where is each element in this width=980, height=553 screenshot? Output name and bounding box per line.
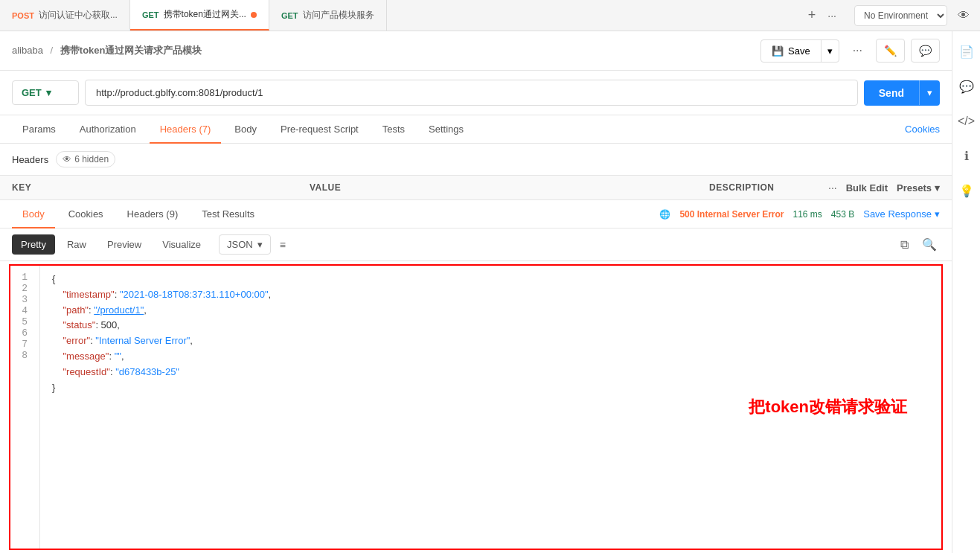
response-body-toolbar: Pretty Raw Preview Visualize JSON ▾ ≡ ⧉ …: [0, 228, 952, 261]
save-icon: 💾: [772, 45, 784, 57]
url-input[interactable]: [85, 80, 858, 106]
json-line-6: "message": "",: [52, 349, 929, 365]
sidebar-info-icon[interactable]: ℹ: [960, 144, 973, 167]
resp-toolbar-right: ⧉ 🔍: [897, 234, 940, 255]
tab-more-button[interactable]: ···: [827, 10, 836, 22]
send-dropdown-button[interactable]: ▾: [919, 80, 940, 105]
environment-select[interactable]: No Environment: [854, 5, 947, 26]
copy-response-button[interactable]: ⧉: [897, 235, 912, 255]
edit-icon-button[interactable]: ✏️: [876, 39, 905, 63]
json-line-1: {: [52, 272, 929, 287]
tab-params[interactable]: Params: [12, 116, 66, 144]
comment-icon-button[interactable]: 💬: [911, 39, 940, 63]
line-numbers: 1 2 3 4 5 6 7 8: [10, 266, 40, 549]
hidden-headers-badge[interactable]: 👁 6 hidden: [56, 151, 115, 167]
save-button-group: 💾 Save ▾: [760, 39, 839, 63]
method-value: GET: [22, 87, 42, 98]
response-tabs: Body Cookies Headers (9) Test Results 🌐 …: [0, 200, 952, 228]
tab-get2-method: GET: [281, 11, 298, 20]
header-bar: alibaba / 携带token通过网关请求产品模块 💾 Save ▾ ···…: [0, 31, 952, 71]
search-response-button[interactable]: 🔍: [919, 234, 940, 255]
response-section: Body Cookies Headers (9) Test Results 🌐 …: [0, 200, 952, 553]
tab-headers[interactable]: Headers (7): [150, 116, 222, 144]
tab-unsaved-dot: [251, 12, 257, 18]
eye-icon: 👁: [63, 154, 71, 164]
cookies-link[interactable]: Cookies: [905, 116, 940, 142]
tab-authorization[interactable]: Authorization: [69, 116, 147, 144]
json-line-3: "path": "/product/1",: [52, 303, 929, 319]
json-chevron: ▾: [257, 239, 263, 250]
send-button[interactable]: Send: [864, 80, 919, 106]
resp-tab-body[interactable]: Body: [12, 201, 55, 228]
eye-icon-button[interactable]: 👁: [953, 4, 974, 27]
save-button[interactable]: 💾 Save: [761, 40, 821, 62]
main-content: alibaba / 携带token通过网关请求产品模块 💾 Save ▾ ···…: [0, 31, 952, 553]
kv-actions: ··· Bulk Edit Presets ▾: [828, 182, 940, 194]
resp-tab-test-results[interactable]: Test Results: [191, 201, 265, 228]
tab-get-label: 携带token通过网关...: [164, 8, 246, 21]
presets-chevron: ▾: [935, 182, 940, 194]
tab-get2[interactable]: GET 访问产品模块服务: [269, 0, 387, 31]
sidebar-doc-icon[interactable]: 📄: [955, 40, 979, 63]
tab-get-active[interactable]: GET 携带token通过网关...: [130, 0, 269, 31]
kv-value-header: VALUE: [310, 182, 709, 193]
tab-get-method: GET: [142, 10, 159, 19]
json-line-4: "status": 500,: [52, 318, 929, 333]
kv-more-button[interactable]: ···: [828, 182, 837, 194]
json-line-2: "timestamp": "2021-08-18T08:37:31.110+00…: [52, 287, 929, 303]
save-label: Save: [788, 45, 810, 57]
tab-body[interactable]: Body: [224, 116, 267, 144]
save-response-button[interactable]: Save Response ▾: [863, 208, 940, 220]
breadcrumb: alibaba / 携带token通过网关请求产品模块: [12, 44, 202, 57]
format-pretty[interactable]: Pretty: [12, 234, 55, 255]
tab-prerequest[interactable]: Pre-request Script: [270, 116, 369, 144]
save-dropdown-button[interactable]: ▾: [821, 40, 839, 62]
presets-label: Presets: [897, 182, 932, 194]
hidden-count: 6 hidden: [74, 154, 109, 164]
headers-label: Headers: [12, 154, 48, 165]
url-bar: GET ▾ Send ▾: [0, 71, 952, 115]
method-chevron: ▾: [46, 87, 51, 98]
tab-post-label: 访问认证中心获取...: [39, 9, 118, 22]
json-format-select[interactable]: JSON ▾: [219, 234, 271, 255]
tab-settings[interactable]: Settings: [418, 116, 474, 144]
breadcrumb-root: alibaba: [12, 45, 43, 56]
breadcrumb-current: 携带token通过网关请求产品模块: [60, 45, 202, 56]
tab-bar: POST 访问认证中心获取... GET 携带token通过网关... GET …: [0, 0, 980, 31]
annotation-text: 把token改错请求验证: [749, 396, 907, 418]
wrap-lines-button[interactable]: ≡: [280, 239, 286, 251]
json-line-8: }: [52, 380, 929, 396]
globe-icon: 🌐: [659, 209, 670, 220]
format-visualize[interactable]: Visualize: [153, 234, 210, 255]
sidebar-lightbulb-icon[interactable]: 💡: [955, 179, 979, 202]
sidebar-code-icon[interactable]: </>: [953, 110, 979, 132]
tab-tests[interactable]: Tests: [372, 116, 415, 144]
save-response-chevron: ▾: [935, 208, 940, 220]
send-button-group: Send ▾: [864, 80, 940, 106]
json-label: JSON: [227, 239, 253, 250]
response-status: 🌐 500 Internal Server Error 116 ms 453 B…: [659, 208, 940, 220]
tab-post[interactable]: POST 访问认证中心获取...: [0, 0, 130, 31]
status-code: 500 Internal Server Error: [679, 209, 784, 220]
breadcrumb-sep: /: [51, 45, 54, 56]
resp-tab-cookies[interactable]: Cookies: [58, 201, 114, 228]
response-time: 116 ms: [793, 209, 822, 220]
header-actions: 💾 Save ▾ ··· ✏️ 💬: [760, 39, 940, 63]
right-sidebar: 📄 💬 </> ℹ 💡: [952, 31, 980, 553]
tab-get2-label: 访问产品模块服务: [303, 9, 374, 22]
kv-bulk-edit-button[interactable]: Bulk Edit: [846, 182, 888, 194]
header-more-button[interactable]: ···: [845, 39, 870, 63]
kv-presets-button[interactable]: Presets ▾: [897, 182, 940, 194]
method-select[interactable]: GET ▾: [12, 80, 79, 105]
kv-table-header: KEY VALUE DESCRIPTION ··· Bulk Edit Pres…: [0, 176, 952, 200]
kv-key-header: KEY: [12, 182, 310, 193]
format-raw[interactable]: Raw: [58, 234, 95, 255]
resp-tab-headers[interactable]: Headers (9): [117, 201, 189, 228]
kv-desc-header: DESCRIPTION: [709, 182, 828, 193]
response-body-area: 1 2 3 4 5 6 7 8 {: [0, 261, 952, 553]
sidebar-comment-icon[interactable]: 💬: [955, 75, 979, 98]
format-preview[interactable]: Preview: [98, 234, 150, 255]
add-tab-button[interactable]: +: [802, 7, 822, 23]
response-size: 453 B: [831, 209, 854, 220]
headers-section: Headers 👁 6 hidden: [0, 144, 952, 176]
